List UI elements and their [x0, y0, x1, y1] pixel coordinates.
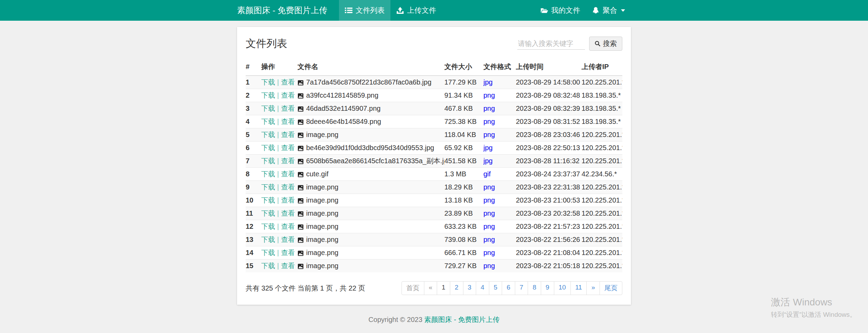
download-link[interactable]: 下载: [261, 91, 275, 99]
pagination-item[interactable]: 3: [463, 281, 477, 295]
action-separator: |: [275, 144, 281, 151]
action-separator: |: [275, 157, 281, 165]
row-format-cell: png: [483, 233, 516, 246]
filename-text: cute.gif: [306, 170, 328, 178]
pagination-item[interactable]: 11: [570, 281, 587, 295]
pagination-item[interactable]: 5: [489, 281, 502, 295]
row-time-cell: 2023-08-23 21:00:53: [516, 194, 582, 207]
format-link[interactable]: png: [483, 236, 495, 243]
format-link[interactable]: png: [483, 105, 495, 112]
row-time-cell: 2023-08-22 21:05:18: [516, 259, 582, 273]
image-file-icon: [298, 171, 304, 177]
view-link[interactable]: 查看: [281, 209, 295, 217]
row-size-cell: 725.38 KB: [444, 115, 483, 128]
download-link[interactable]: 下载: [261, 249, 275, 256]
row-format-cell: jpg: [483, 141, 516, 155]
footer-site-link[interactable]: 素颜图床 - 免费图片上传: [424, 316, 500, 323]
format-link[interactable]: jpg: [483, 144, 493, 151]
download-link[interactable]: 下载: [261, 118, 275, 125]
format-link[interactable]: png: [483, 183, 495, 191]
view-link[interactable]: 查看: [281, 91, 295, 99]
download-link[interactable]: 下载: [261, 262, 275, 270]
pagination-item[interactable]: 2: [450, 281, 463, 295]
download-link[interactable]: 下载: [261, 196, 275, 204]
view-link[interactable]: 查看: [281, 236, 295, 243]
nav-item-aggregate-dropdown[interactable]: 聚合: [586, 0, 631, 21]
pagination-item[interactable]: 首页: [402, 281, 424, 295]
view-link[interactable]: 查看: [281, 183, 295, 191]
table-row: 11 下载|查看 image.png 23.89 KB png: [246, 207, 622, 220]
format-link[interactable]: gif: [483, 170, 491, 178]
pagination-item[interactable]: 10: [554, 281, 571, 295]
search-button[interactable]: 搜索: [589, 37, 622, 51]
pagination-item[interactable]: 尾页: [600, 281, 622, 295]
view-link[interactable]: 查看: [281, 105, 295, 112]
nav-item-my-files[interactable]: 我的文件: [535, 0, 586, 21]
pagination-item[interactable]: 1: [437, 281, 450, 295]
view-link[interactable]: 查看: [281, 249, 295, 256]
view-link[interactable]: 查看: [281, 170, 295, 178]
page-title: 文件列表: [246, 37, 287, 51]
table-row: 5 下载|查看 image.png 118.04 KB png: [246, 128, 622, 141]
row-ip-cell: 120.225.201.*: [582, 207, 622, 220]
row-index-cell: 11: [246, 207, 261, 220]
format-link[interactable]: png: [483, 131, 495, 138]
download-link[interactable]: 下载: [261, 131, 275, 138]
action-separator: |: [275, 105, 281, 112]
pagination-item[interactable]: «: [424, 281, 437, 295]
view-link[interactable]: 查看: [281, 196, 295, 204]
view-link[interactable]: 查看: [281, 131, 295, 138]
download-link[interactable]: 下载: [261, 223, 275, 230]
view-link[interactable]: 查看: [281, 157, 295, 165]
row-format-cell: jpg: [483, 76, 516, 89]
row-filename-cell: a39fcc4128145859.png: [298, 89, 444, 102]
download-link[interactable]: 下载: [261, 236, 275, 243]
row-actions-cell: 下载|查看: [261, 141, 298, 155]
row-time-cell: 2023-08-29 08:31:52: [516, 115, 582, 128]
row-time-cell: 2023-08-24 23:37:37: [516, 168, 582, 181]
format-link[interactable]: png: [483, 249, 495, 256]
format-link[interactable]: png: [483, 223, 495, 230]
pagination-item[interactable]: 9: [541, 281, 554, 295]
pagination-item[interactable]: 6: [502, 281, 515, 295]
nav-item-upload[interactable]: 上传文件: [390, 0, 442, 21]
download-link[interactable]: 下载: [261, 183, 275, 191]
download-link[interactable]: 下载: [261, 170, 275, 178]
format-link[interactable]: png: [483, 209, 495, 217]
download-link[interactable]: 下载: [261, 78, 275, 86]
format-link[interactable]: jpg: [483, 157, 493, 165]
row-time-cell: 2023-08-28 11:16:32: [516, 155, 582, 168]
pagination-item[interactable]: 7: [515, 281, 528, 295]
format-link[interactable]: jpg: [483, 78, 493, 86]
download-link[interactable]: 下载: [261, 144, 275, 151]
format-link[interactable]: png: [483, 196, 495, 204]
view-link[interactable]: 查看: [281, 262, 295, 270]
view-link[interactable]: 查看: [281, 78, 295, 86]
pagination-item[interactable]: 8: [528, 281, 541, 295]
format-link[interactable]: png: [483, 91, 495, 99]
download-link[interactable]: 下载: [261, 209, 275, 217]
view-link[interactable]: 查看: [281, 118, 295, 125]
search-input[interactable]: [517, 38, 585, 50]
download-link[interactable]: 下载: [261, 157, 275, 165]
format-link[interactable]: png: [483, 262, 495, 270]
pagination-item[interactable]: »: [586, 281, 600, 295]
download-link[interactable]: 下载: [261, 105, 275, 112]
row-index-cell: 10: [246, 194, 261, 207]
site-footer: Copyright © 2023 素颜图床 - 免费图片上传: [0, 315, 868, 324]
filename-text: 8deee46e4b145849.png: [306, 117, 381, 126]
row-time-cell: 2023-08-23 22:31:38: [516, 181, 582, 194]
action-separator: |: [275, 183, 281, 191]
site-brand[interactable]: 素颜图床 - 免费图片上传: [237, 0, 339, 21]
row-size-cell: 118.04 KB: [444, 128, 483, 141]
image-file-icon: [298, 79, 304, 86]
view-link[interactable]: 查看: [281, 144, 295, 151]
row-actions-cell: 下载|查看: [261, 89, 298, 102]
nav-item-file-list[interactable]: 文件列表: [339, 0, 390, 21]
format-link[interactable]: png: [483, 118, 495, 125]
view-link[interactable]: 查看: [281, 223, 295, 230]
table-row: 3 下载|查看 46dad532e1145907.png 467.8 KB: [246, 102, 622, 115]
table-row: 8 下载|查看 cute.gif 1.3 MB gif: [246, 168, 622, 181]
action-separator: |: [275, 209, 281, 217]
pagination-item[interactable]: 4: [476, 281, 489, 295]
